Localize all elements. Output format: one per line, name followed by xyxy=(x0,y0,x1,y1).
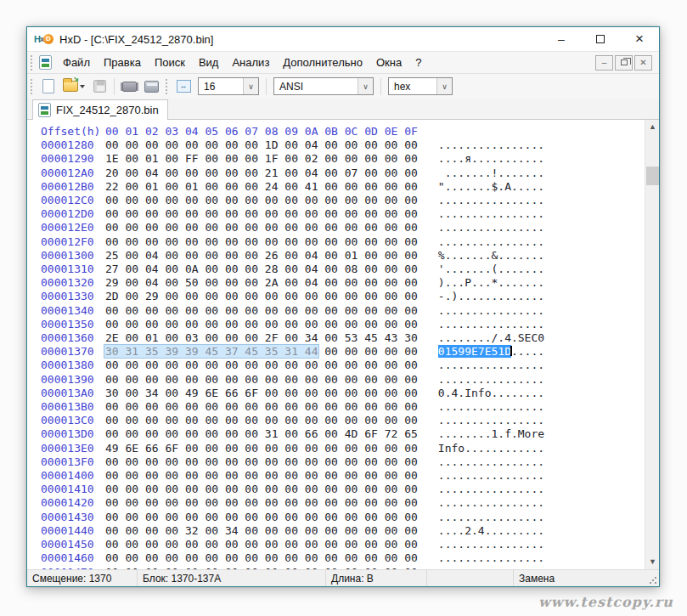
row-ascii[interactable]: )...P...*....... xyxy=(438,276,544,289)
menu-edit[interactable]: Правка xyxy=(97,54,148,71)
hex-row[interactable]: 000012C000 00 00 00 00 00 00 00 00 00 00… xyxy=(41,194,645,207)
chevron-down-icon[interactable]: ∨ xyxy=(243,78,258,94)
mdi-minimize-button[interactable]: – xyxy=(595,55,613,71)
row-ascii[interactable]: ................ xyxy=(438,221,544,234)
bytes-per-row-button[interactable]: ↔ xyxy=(173,76,194,97)
row-ascii[interactable]: ................ xyxy=(438,359,544,371)
row-offset: 00001290 xyxy=(41,152,105,166)
row-ascii[interactable]: -.)............. xyxy=(438,290,544,302)
row-ascii[interactable]: ........1.f.More xyxy=(438,427,544,440)
chevron-down-icon[interactable]: ∨ xyxy=(436,78,452,94)
row-ascii[interactable]: ....2.4......... xyxy=(438,524,544,537)
menu-analysis[interactable]: Анализ xyxy=(225,54,276,71)
row-ascii[interactable]: %.......&....... xyxy=(438,249,544,262)
row-ascii[interactable]: ................ xyxy=(438,538,544,551)
offset-base-select[interactable]: hex ∨ xyxy=(388,77,453,95)
row-ascii[interactable]: ................ xyxy=(438,304,544,317)
row-offset: 00001280 xyxy=(41,138,105,152)
close-button[interactable]: × xyxy=(620,27,659,51)
hex-row[interactable]: 0000135000 00 00 00 00 00 00 00 00 00 00… xyxy=(41,318,645,331)
row-ascii[interactable]: ................ xyxy=(438,483,544,495)
menu-search[interactable]: Поиск xyxy=(148,54,192,71)
row-ascii[interactable]: 0.4.Info........ xyxy=(438,387,544,399)
row-ascii[interactable]: ................ xyxy=(438,207,544,220)
hex-row[interactable]: 000013B000 00 00 00 00 00 00 00 00 00 00… xyxy=(41,400,645,414)
resize-grip[interactable] xyxy=(649,576,657,585)
scroll-down-arrow-icon[interactable]: ▼ xyxy=(645,555,660,569)
row-ascii[interactable]: ................ xyxy=(438,496,544,509)
hex-row[interactable]: 000012F000 00 00 00 00 00 00 00 00 00 00… xyxy=(41,235,645,249)
hex-row[interactable]: 0000142000 00 00 00 00 00 00 00 00 00 00… xyxy=(41,496,645,510)
hex-row[interactable]: 0000132029 00 04 00 50 00 00 00 2A 00 04… xyxy=(41,276,645,290)
bytes-per-row-select[interactable]: 16 ∨ xyxy=(198,77,259,95)
hex-row[interactable]: 0000140000 00 00 00 00 00 00 00 00 00 00… xyxy=(41,469,645,483)
menu-windows[interactable]: Окна xyxy=(369,54,408,71)
hex-row[interactable]: 000013F000 00 00 00 00 00 00 00 00 00 00… xyxy=(41,455,645,469)
chevron-down-icon[interactable]: ∨ xyxy=(358,78,373,94)
hex-row[interactable]: 000012D000 00 00 00 00 00 00 00 00 00 00… xyxy=(41,207,645,221)
hex-row[interactable]: 000013C000 00 00 00 00 00 00 00 00 00 00… xyxy=(41,414,645,427)
hex-grid[interactable]: Offset(h)00 01 02 03 04 05 06 07 08 09 0… xyxy=(27,120,645,569)
row-ascii[interactable]: ".......$.A..... xyxy=(438,180,544,193)
vertical-scrollbar[interactable]: ▲ ▼ xyxy=(645,120,659,569)
hex-row[interactable]: 0000139000 00 00 00 00 00 00 00 00 00 00… xyxy=(41,373,645,387)
hex-row[interactable]: 000012901E 00 01 00 FF 00 00 00 1F 00 02… xyxy=(41,152,645,166)
open-file-button[interactable] xyxy=(60,76,87,97)
hex-row[interactable]: 0000144000 00 00 00 32 00 34 00 00 00 00… xyxy=(41,524,645,538)
row-ascii[interactable]: ................ xyxy=(438,511,544,523)
hex-row[interactable]: 0000130025 00 04 00 00 00 00 00 26 00 04… xyxy=(41,249,645,263)
row-ascii[interactable]: .......!....... xyxy=(438,167,544,179)
selected-bytes[interactable]: 30 31 35 39 39 45 37 45 35 31 44 xyxy=(104,344,319,359)
hex-row[interactable]: 000012B022 00 01 00 01 00 00 00 24 00 41… xyxy=(41,180,645,194)
row-ascii[interactable]: ................ xyxy=(438,373,544,386)
hex-row[interactable]: 000012E000 00 00 00 00 00 00 00 00 00 00… xyxy=(41,221,645,235)
hex-row[interactable]: 0000146000 00 00 00 00 00 00 00 00 00 00… xyxy=(41,551,645,565)
encoding-select[interactable]: ANSI ∨ xyxy=(273,77,374,95)
hex-row[interactable]: 0000128000 00 00 00 00 00 00 00 1D 00 04… xyxy=(41,138,645,152)
hex-row[interactable]: 000012A020 00 04 00 00 00 00 00 21 00 04… xyxy=(41,167,645,180)
hex-row[interactable]: 000013302D 00 29 00 00 00 00 00 00 00 00… xyxy=(41,290,645,303)
hex-row[interactable]: 0000141000 00 00 00 00 00 00 00 00 00 00… xyxy=(41,483,645,496)
row-ascii[interactable]: ................ xyxy=(438,318,544,331)
save-button[interactable] xyxy=(89,76,110,97)
hex-row[interactable]: 000013602E 00 01 00 03 00 00 00 2F 00 34… xyxy=(41,331,645,345)
row-ascii[interactable]: Info............ xyxy=(438,442,544,455)
hex-row[interactable]: 0000143000 00 00 00 00 00 00 00 00 00 00… xyxy=(41,511,645,524)
row-ascii[interactable]: ................ xyxy=(438,414,544,427)
new-file-button[interactable] xyxy=(38,76,59,97)
open-ram-button[interactable] xyxy=(119,76,139,97)
row-ascii[interactable]: ....я........... xyxy=(438,152,544,165)
hex-row[interactable]: 000013D000 00 00 00 00 00 00 00 31 00 66… xyxy=(41,427,645,441)
selected-ascii[interactable]: 01599E7E51D xyxy=(438,345,511,358)
hex-row[interactable]: 0000138000 00 00 00 00 00 00 00 00 00 00… xyxy=(41,359,645,372)
hex-row[interactable]: 000013A030 00 34 00 49 6E 66 6F 00 00 00… xyxy=(41,387,645,400)
row-ascii[interactable]: ................ xyxy=(438,455,544,468)
open-disk-button[interactable] xyxy=(141,76,161,97)
row-ascii[interactable]: ......../.4.SEC0 xyxy=(438,331,544,344)
menu-help[interactable]: ? xyxy=(408,54,428,71)
row-ascii[interactable]: 01599E7E51D..... xyxy=(438,345,544,358)
mdi-close-button[interactable]: ✕ xyxy=(634,55,652,71)
row-ascii[interactable]: ................ xyxy=(438,235,544,248)
hex-row[interactable]: 0000145000 00 00 00 00 00 00 00 00 00 00… xyxy=(41,538,645,551)
menu-view[interactable]: Вид xyxy=(192,54,226,71)
mdi-restore-button[interactable] xyxy=(615,55,633,71)
file-tab[interactable]: FIX_24512_2870.bin xyxy=(32,99,168,120)
hex-row[interactable]: 0000137030 31 35 39 39 45 37 45 35 31 44… xyxy=(41,345,645,359)
hex-row[interactable]: 0000131027 00 04 00 0A 00 00 00 28 00 04… xyxy=(41,263,645,276)
maximize-icon xyxy=(596,35,605,43)
maximize-button[interactable] xyxy=(581,27,620,51)
row-ascii[interactable]: ................ xyxy=(438,138,544,151)
row-ascii[interactable]: ................ xyxy=(438,469,544,482)
row-ascii[interactable]: ................ xyxy=(438,400,544,413)
menu-extras[interactable]: Дополнительно xyxy=(276,54,369,71)
minimize-button[interactable]: – xyxy=(542,27,581,51)
hex-row[interactable]: 000013E049 6E 66 6F 00 00 00 00 00 00 00… xyxy=(41,442,645,455)
row-ascii[interactable]: ................ xyxy=(438,551,544,564)
scroll-up-arrow-icon[interactable]: ▲ xyxy=(645,120,660,134)
menu-file[interactable]: Файл xyxy=(56,54,97,71)
row-ascii[interactable]: '.......(....... xyxy=(438,263,544,275)
row-ascii[interactable]: ................ xyxy=(438,194,544,206)
scrollbar-thumb[interactable] xyxy=(646,167,659,185)
hex-row[interactable]: 0000134000 00 00 00 00 00 00 00 00 00 00… xyxy=(41,304,645,318)
